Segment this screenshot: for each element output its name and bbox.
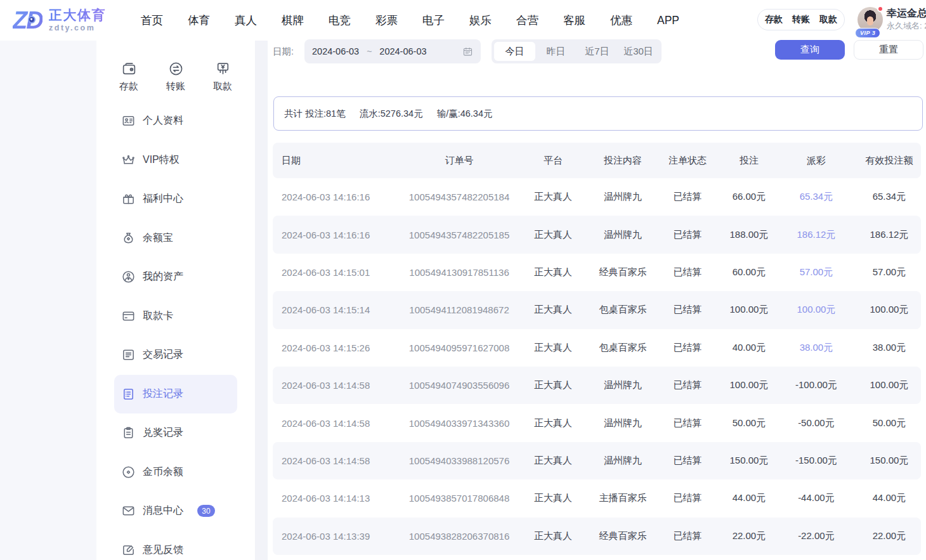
nav-item-客服[interactable]: 客服 bbox=[563, 13, 585, 28]
header-action-转账[interactable]: 转账 bbox=[792, 14, 810, 25]
notification-dot bbox=[877, 6, 884, 12]
summary-turnover: 流水:5276.34元 bbox=[360, 108, 423, 120]
sidebar-item-VIP特权[interactable]: VIP特权 bbox=[114, 141, 237, 180]
sidebar-item-取款卡[interactable]: 取款卡 bbox=[114, 297, 237, 336]
username: 幸运金总 bbox=[887, 6, 926, 20]
brand-name: 正大体育 bbox=[49, 8, 106, 23]
nav-item-首页[interactable]: 首页 bbox=[141, 13, 163, 28]
profile-card-icon bbox=[121, 114, 136, 128]
table-row: 2024-06-03 14:14:131005493857017806848正大… bbox=[273, 479, 921, 517]
main-nav: 首页体育真人棋牌电竞彩票电子娱乐合营客服优惠APP bbox=[141, 0, 679, 41]
sidebar: 存款转账取款 个人资料VIP特权福利中心余额宝我的资产取款卡交易记录投注记录兑奖… bbox=[96, 41, 255, 560]
sidebar-item-个人资料[interactable]: 个人资料 bbox=[114, 101, 237, 141]
nav-item-棋牌[interactable]: 棋牌 bbox=[282, 13, 304, 28]
coin-icon bbox=[121, 465, 136, 479]
mail-icon bbox=[121, 504, 136, 518]
col-header-有效投注额: 有效投注额 bbox=[858, 155, 921, 167]
date-label: 日期: bbox=[273, 39, 294, 63]
query-button[interactable]: 查询 bbox=[775, 40, 845, 60]
sidebar-item-投注记录[interactable]: 投注记录 bbox=[114, 375, 237, 414]
nav-item-彩票[interactable]: 彩票 bbox=[375, 13, 398, 28]
header-action-存款[interactable]: 存款 bbox=[765, 14, 783, 25]
nav-item-体育[interactable]: 体育 bbox=[188, 13, 210, 28]
range-tab-昨日[interactable]: 昨日 bbox=[535, 42, 577, 61]
bank-card-icon bbox=[121, 309, 136, 323]
nav-item-合营[interactable]: 合营 bbox=[516, 13, 538, 28]
date-to: 2024-06-03 bbox=[379, 46, 426, 56]
table-row: 2024-06-03 14:14:581005494074903556096正大… bbox=[273, 367, 921, 404]
nav-item-电竞[interactable]: 电竞 bbox=[329, 13, 351, 28]
col-header-派彩: 派彩 bbox=[775, 155, 858, 167]
quick-action-转账[interactable]: 转账 bbox=[166, 61, 186, 93]
col-header-平台: 平台 bbox=[512, 155, 594, 167]
assets-icon bbox=[121, 270, 136, 284]
wallet-actions-pill: 存款转账取款 bbox=[757, 9, 845, 30]
summary-bar: 共计 投注:81笔 流水:5276.34元 输/赢:46.34元 bbox=[273, 96, 923, 131]
table-row: 2024-06-03 14:16:161005494357482205184正大… bbox=[273, 178, 921, 216]
brand-logo-icon: ZD bbox=[13, 6, 43, 35]
nav-item-优惠[interactable]: 优惠 bbox=[610, 13, 632, 28]
sidebar-item-消息中心[interactable]: 消息中心30 bbox=[114, 492, 237, 531]
bet-records-table: 日期订单号平台投注内容注单状态投注派彩有效投注额 2024-06-03 14:1… bbox=[273, 143, 921, 555]
nav-item-娱乐[interactable]: 娱乐 bbox=[469, 13, 492, 28]
col-header-订单号: 订单号 bbox=[406, 155, 512, 167]
nav-item-电子[interactable]: 电子 bbox=[422, 13, 445, 28]
sidebar-item-金币余额[interactable]: 金币余额 bbox=[114, 453, 237, 492]
range-tab-近7日[interactable]: 近7日 bbox=[577, 42, 618, 61]
permanent-domain-note: 永久域名: 2 bbox=[887, 20, 926, 32]
sidebar-item-我的资产[interactable]: 我的资产 bbox=[114, 257, 237, 297]
col-header-投注: 投注 bbox=[723, 155, 775, 167]
vip-badge: VIP 3 bbox=[855, 28, 880, 38]
header-action-取款[interactable]: 取款 bbox=[819, 14, 837, 25]
col-header-日期: 日期 bbox=[273, 155, 406, 167]
user-avatar[interactable]: VIP 3 bbox=[858, 7, 883, 34]
sidebar-item-兑奖记录[interactable]: 兑奖记录 bbox=[114, 413, 237, 453]
range-tab-今日[interactable]: 今日 bbox=[494, 42, 535, 61]
quick-action-取款[interactable]: 取款 bbox=[212, 61, 233, 93]
date-separator: ~ bbox=[367, 46, 372, 56]
nav-item-APP[interactable]: APP bbox=[657, 14, 679, 27]
sidebar-item-交易记录[interactable]: 交易记录 bbox=[114, 335, 237, 375]
filter-row: 日期: 2024-06-03 ~ 2024-06-03 今日昨日近7日近30日 … bbox=[0, 39, 926, 63]
col-header-注单状态: 注单状态 bbox=[652, 155, 723, 167]
nav-item-真人[interactable]: 真人 bbox=[235, 13, 257, 28]
sidebar-item-余额宝[interactable]: 余额宝 bbox=[114, 219, 237, 258]
range-tab-近30日[interactable]: 近30日 bbox=[618, 42, 659, 61]
logo-lens-icon bbox=[28, 16, 36, 23]
crown-icon bbox=[121, 153, 136, 167]
reset-button[interactable]: 重置 bbox=[854, 40, 923, 60]
sidebar-menu: 个人资料VIP特权福利中心余额宝我的资产取款卡交易记录投注记录兑奖记录金币余额消… bbox=[96, 101, 255, 560]
money-pouch-icon bbox=[121, 231, 136, 245]
table-row: 2024-06-03 14:14:581005494033988120576正大… bbox=[273, 442, 921, 479]
date-range-input[interactable]: 2024-06-03 ~ 2024-06-03 bbox=[304, 39, 481, 63]
brand-logo[interactable]: ZD 正大体育 zdty.com bbox=[13, 6, 106, 35]
quick-action-存款[interactable]: 存款 bbox=[119, 61, 139, 93]
redeem-record-icon bbox=[121, 426, 136, 440]
col-header-投注内容: 投注内容 bbox=[594, 155, 652, 167]
sidebar-item-福利中心[interactable]: 福利中心 bbox=[114, 179, 237, 219]
table-row: 2024-06-03 14:15:261005494095971627008正大… bbox=[273, 329, 921, 367]
brand-domain: zdty.com bbox=[49, 23, 106, 33]
date-from: 2024-06-03 bbox=[312, 46, 359, 56]
table-row: 2024-06-03 14:15:011005494130917851136正大… bbox=[273, 254, 921, 291]
feedback-icon bbox=[121, 543, 136, 557]
layout-gap bbox=[255, 41, 268, 560]
table-row: 2024-06-03 14:14:581005494033971343360正大… bbox=[273, 404, 921, 441]
transaction-list-icon bbox=[121, 348, 136, 362]
calendar-icon bbox=[462, 46, 473, 57]
bet-record-icon bbox=[121, 387, 136, 401]
table-row: 2024-06-03 14:15:141005494112081948672正大… bbox=[273, 291, 921, 329]
summary-total: 共计 投注:81笔 bbox=[284, 108, 346, 120]
sidebar-item-意见反馈[interactable]: 意见反馈 bbox=[114, 531, 237, 560]
date-range-tabs: 今日昨日近7日近30日 bbox=[492, 39, 662, 63]
unread-count-badge: 30 bbox=[197, 505, 215, 517]
table-row: 2024-06-03 14:13:391005493828206370816正大… bbox=[273, 518, 921, 555]
table-header-row: 日期订单号平台投注内容注单状态投注派彩有效投注额 bbox=[273, 143, 921, 178]
table-row: 2024-06-03 14:16:161005494357482205185正大… bbox=[273, 216, 921, 253]
summary-winloss: 输/赢:46.34元 bbox=[437, 108, 493, 120]
top-navbar: ZD 正大体育 zdty.com 首页体育真人棋牌电竞彩票电子娱乐合营客服优惠A… bbox=[0, 0, 926, 41]
gift-icon bbox=[121, 192, 136, 206]
